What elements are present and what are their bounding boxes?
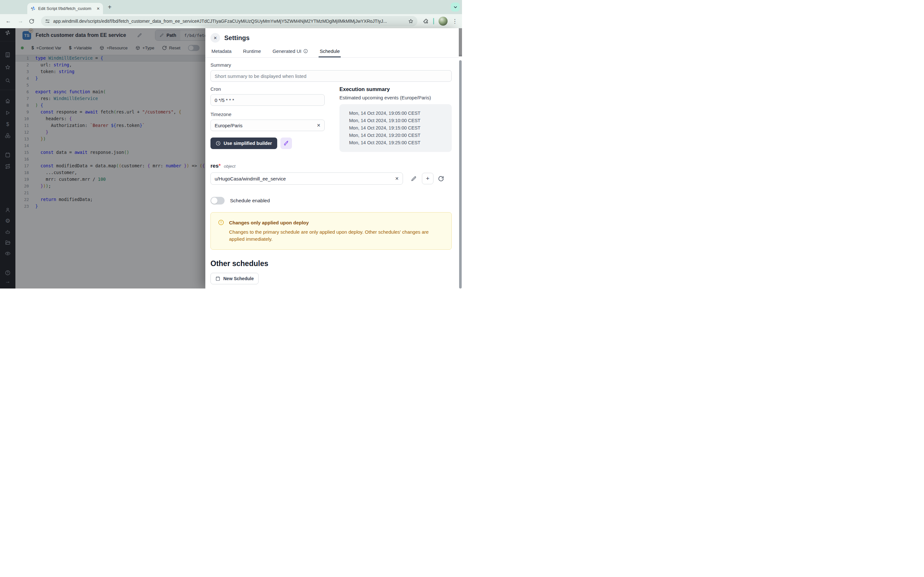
browser-tab-strip: Edit Script f/bd/fetch_custom ✕ +: [0, 0, 462, 14]
new-tab-button[interactable]: +: [108, 3, 111, 11]
windmill-favicon-icon: [31, 6, 36, 11]
upcoming-event: Mon, 14 Oct 2024, 19:05:00 CEST: [349, 110, 449, 117]
cron-label: Cron: [210, 86, 325, 92]
deploy-warning-box: Changes only applied upon deploy Changes…: [210, 212, 452, 250]
address-bar[interactable]: app.windmill.dev/scripts/edit/f/bd/fetch…: [41, 16, 417, 26]
browser-menu-icon[interactable]: ⋮: [452, 18, 457, 25]
resource-input[interactable]: u/HugoCasa/windmill_ee_service ✕: [210, 172, 403, 185]
execution-summary-heading: Execution summary: [339, 86, 452, 92]
upcoming-event: Mon, 14 Oct 2024, 19:20:00 CEST: [349, 132, 449, 139]
alert-icon: [218, 219, 224, 226]
timezone-label: Timezone: [210, 111, 325, 117]
upcoming-event: Mon, 14 Oct 2024, 19:15:00 CEST: [349, 124, 449, 132]
summary-label: Summary: [210, 62, 452, 68]
info-icon: [303, 49, 308, 53]
browser-toolbar: ← → app.windmill.dev/scripts/edit/f/bd/f…: [0, 14, 462, 28]
app-area: $ ⚙ → TS Fetch cu: [0, 28, 462, 288]
tab-metadata[interactable]: Metadata: [210, 48, 233, 57]
toolbar-divider: [433, 18, 434, 24]
settings-panel: ✕ Settings Metadata Runtime Generated UI…: [205, 28, 459, 288]
add-resource-button[interactable]: +: [422, 173, 433, 184]
scrollbar-thumb[interactable]: [459, 60, 462, 288]
chrome-actions: ⋮: [423, 17, 462, 26]
settings-title: Settings: [224, 34, 250, 42]
magic-wand-icon: [283, 140, 289, 146]
simplified-builder-button[interactable]: Use simplified builder: [210, 137, 277, 149]
settings-header: ✕ Settings: [205, 28, 459, 45]
tab-runtime[interactable]: Runtime: [242, 48, 262, 57]
upcoming-events-box: Mon, 14 Oct 2024, 19:05:00 CESTMon, 14 O…: [339, 104, 452, 152]
forward-button: →: [17, 18, 24, 24]
required-asterisk: *: [219, 163, 221, 169]
other-schedules-heading: Other schedules: [210, 259, 452, 268]
schedule-tab-content: Summary Cron 0 */5 * * * Timezone Europe…: [205, 58, 459, 288]
ai-cron-button[interactable]: [280, 137, 292, 149]
site-settings-icon[interactable]: [45, 19, 50, 24]
warning-body: Changes to the primary schedule are only…: [229, 229, 444, 243]
summary-input[interactable]: [210, 70, 452, 82]
edit-resource-button[interactable]: [411, 176, 417, 182]
clear-timezone-icon[interactable]: ✕: [317, 123, 320, 128]
tab-close-icon[interactable]: ✕: [97, 6, 100, 11]
settings-tabs: Metadata Runtime Generated UI Schedule: [205, 45, 459, 58]
reload-button[interactable]: [29, 19, 37, 24]
close-icon[interactable]: ✕: [210, 33, 220, 43]
chevron-down-icon: [453, 5, 458, 10]
schedule-enabled-label: Schedule enabled: [230, 198, 270, 203]
tab-search-button[interactable]: [451, 3, 460, 11]
tab-schedule[interactable]: Schedule: [318, 48, 341, 57]
clear-resource-icon[interactable]: ✕: [395, 176, 399, 181]
bookmark-star-icon[interactable]: [408, 19, 414, 24]
back-button[interactable]: ←: [5, 18, 12, 24]
tab-generated-ui[interactable]: Generated UI: [271, 48, 309, 57]
res-arg-type: object: [224, 164, 236, 169]
extensions-puzzle-icon[interactable]: [423, 18, 429, 24]
res-arg-name: res: [210, 163, 219, 169]
profile-avatar[interactable]: [439, 17, 447, 26]
cron-input[interactable]: 0 */5 * * *: [210, 94, 325, 106]
timezone-input[interactable]: Europe/Paris ✕: [210, 119, 325, 131]
screen: Edit Script f/bd/fetch_custom ✕ + ← → ap…: [0, 0, 462, 288]
new-schedule-button[interactable]: New Schedule: [210, 273, 258, 284]
clock-icon: [216, 141, 221, 146]
upcoming-event: Mon, 14 Oct 2024, 19:25:00 CEST: [349, 139, 449, 147]
execution-summary-subheading: Estimated upcoming events (Europe/Paris): [339, 95, 452, 100]
warning-title: Changes only applied upon deploy: [229, 220, 309, 226]
pencil-icon: [411, 176, 417, 182]
schedule-enabled-toggle[interactable]: [210, 197, 225, 205]
tab-title: Edit Script f/bd/fetch_custom: [38, 6, 94, 11]
panel-scrollbar[interactable]: [459, 56, 462, 288]
url-text[interactable]: app.windmill.dev/scripts/edit/f/bd/fetch…: [53, 19, 405, 24]
refresh-icon: [438, 176, 444, 182]
calendar-icon: [215, 276, 220, 281]
browser-tab[interactable]: Edit Script f/bd/fetch_custom ✕: [27, 3, 103, 14]
upcoming-event: Mon, 14 Oct 2024, 19:10:00 CEST: [349, 117, 449, 124]
refresh-resource-button[interactable]: [438, 176, 444, 182]
